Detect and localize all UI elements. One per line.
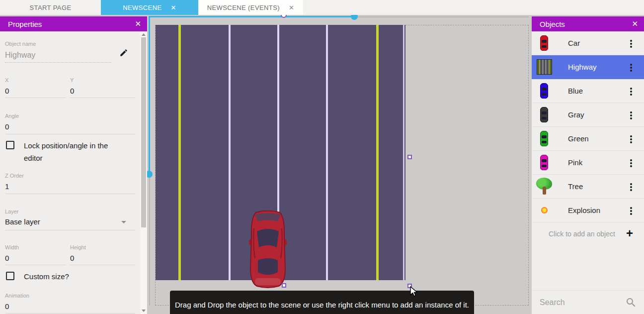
v-scrollbar-track[interactable] [149,174,150,306]
lane-line [178,25,181,280]
object-name-field[interactable]: Highway [5,51,111,63]
custom-size-checkbox[interactable] [6,272,14,280]
object-label: Green [568,134,589,143]
object-label: Explosion [568,206,600,214]
object-label: Tree [568,182,583,191]
layer-label: Layer [5,209,19,214]
object-row-highway[interactable]: Highway [532,55,644,79]
object-row-pink[interactable]: Pink [532,151,644,175]
scene-canvas[interactable]: Drag and Drop the object to the scene or… [147,15,532,314]
search-icon [625,297,637,309]
objects-panel-header: Objects ✕ [532,16,644,31]
angle-label: Angle [5,113,19,119]
x-label: X [5,77,8,83]
object-row-green[interactable]: Green [532,127,644,151]
tab-label: START PAGE [30,4,72,11]
object-label: Pink [568,158,582,167]
h-scrollbar-thumb[interactable] [351,15,358,20]
object-row-gray[interactable]: Gray [532,103,644,127]
object-icon [540,107,548,122]
scroll-up-icon[interactable] [142,33,146,36]
custom-size-label: Custom size? [24,270,69,283]
resize-handle-right[interactable] [407,155,412,159]
close-icon[interactable]: ✕ [632,19,638,28]
object-row-tree[interactable]: Tree [532,175,644,199]
road-edge [403,25,404,280]
edit-pencil-icon[interactable] [119,48,128,57]
object-icon [541,207,548,213]
kebab-menu-icon[interactable] [630,183,632,185]
z-order-field[interactable]: 1 [5,182,135,194]
kebab-menu-icon[interactable] [630,207,632,209]
add-object-label: Click to add an object [549,230,615,238]
kebab-menu-icon[interactable] [630,40,632,42]
tab-newscene[interactable]: NEWSCENE ✕ [101,0,198,15]
angle-field[interactable]: 0 [5,122,135,134]
object-icon [540,35,548,51]
kebab-menu-icon[interactable] [630,88,632,90]
car-instance[interactable] [249,210,287,288]
object-label: Gray [568,110,584,119]
panel-title: Objects [540,20,565,28]
object-icon [540,131,548,146]
lock-position-checkbox[interactable] [6,141,14,149]
snackbar-text: Drag and Drop the object to the scene or… [175,301,469,309]
scroll-down-icon[interactable] [142,310,146,312]
kebab-menu-icon[interactable] [630,64,632,66]
close-icon[interactable]: ✕ [289,4,294,11]
kebab-menu-icon[interactable] [630,111,632,113]
object-icon [540,155,548,170]
properties-scrollbar[interactable] [140,31,147,314]
close-icon[interactable]: ✕ [171,4,176,11]
object-icon [536,178,553,196]
object-label: Car [568,39,580,47]
layer-select[interactable]: Base layer [5,217,135,230]
tab-newscene-events[interactable]: NEWSCENE (EVENTS) ✕ [198,0,303,15]
objects-list: Car Highway Blue [532,31,644,222]
resize-handle-bottom[interactable] [282,283,286,288]
add-object-row[interactable]: Click to add an object + [532,222,644,246]
mouse-cursor [409,286,418,297]
tab-label: NEWSCENE (EVENTS) [207,4,280,11]
object-icon [540,83,548,99]
object-row-explosion[interactable]: Explosion [532,199,644,222]
close-icon[interactable]: ✕ [135,19,141,28]
objects-panel: Objects ✕ Car Highway [532,16,644,314]
object-label: Blue [568,87,583,95]
object-row-car[interactable]: Car [532,31,644,55]
object-icon [537,59,552,75]
y-label: Y [70,77,74,83]
properties-panel: Properties ✕ Object name Highway X Y 0 0… [0,16,147,314]
animation-label: Animation [5,293,29,299]
tab-start-page[interactable]: START PAGE [0,0,101,15]
height-field[interactable]: 0 [70,254,135,265]
snackbar: Drag and Drop the object to the scene or… [170,291,474,314]
lane-line [229,25,231,280]
lock-position-label: Lock position/angle in the editor [24,139,123,164]
lane-line [326,25,328,280]
search-input[interactable] [540,296,624,310]
width-field[interactable]: 0 [5,254,66,265]
panel-title: Properties [8,20,42,28]
v-scrollbar[interactable] [149,16,150,174]
search-row [532,290,644,314]
tab-bar: START PAGE NEWSCENE ✕ NEWSCENE (EVENTS) … [0,0,644,15]
object-row-blue[interactable]: Blue [532,79,644,103]
h-scrollbar-track[interactable] [354,16,529,17]
rotate-handle[interactable] [281,15,287,18]
z-order-label: Z Order [5,173,24,179]
x-field[interactable]: 0 [5,87,66,98]
y-field[interactable]: 0 [70,87,135,98]
properties-panel-header: Properties ✕ [0,16,147,31]
gdevelop-editor: START PAGE NEWSCENE ✕ NEWSCENE (EVENTS) … [0,0,644,314]
chevron-down-icon[interactable] [121,221,126,223]
plus-icon[interactable]: + [626,226,633,240]
object-name-label: Object name [5,41,36,47]
animation-field[interactable]: 0 [5,302,135,314]
h-scrollbar[interactable] [149,16,354,17]
kebab-menu-icon[interactable] [630,135,632,137]
kebab-menu-icon[interactable] [630,159,632,161]
properties-scrollbar-thumb[interactable] [141,37,146,227]
v-scrollbar-thumb[interactable] [147,171,153,178]
object-label: Highway [568,63,597,71]
